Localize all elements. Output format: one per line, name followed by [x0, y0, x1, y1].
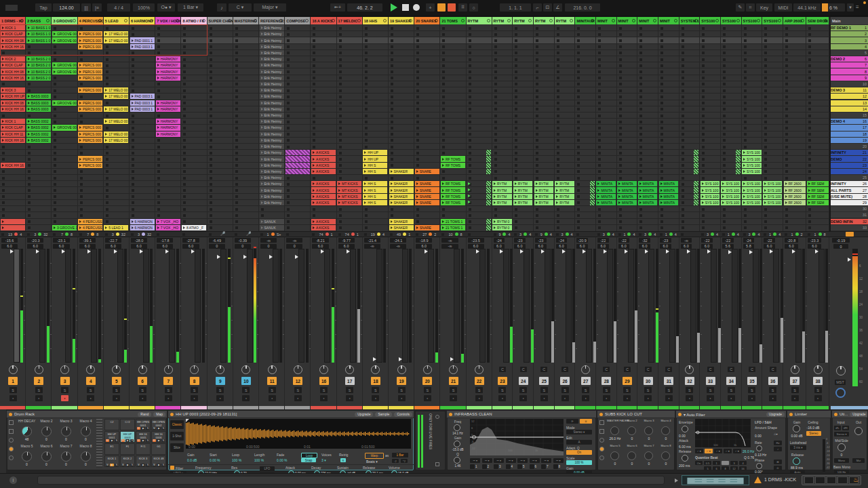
volume-field-channel-31[interactable]: 6.0	[660, 244, 671, 249]
clip-slot[interactable]: RF SEM	[807, 200, 829, 205]
clip-play-icon[interactable]	[261, 33, 263, 35]
clip-slot[interactable]: RF 2600	[784, 181, 806, 186]
clip-slot[interactable]: RYTM	[534, 181, 554, 186]
fader-track-channel-6[interactable]	[143, 249, 149, 363]
clip-slot[interactable]: A KICKS	[311, 194, 336, 199]
scene-slot-31[interactable]: 31	[831, 212, 868, 218]
clip-slot[interactable]: HARMONY	[156, 131, 180, 137]
clip-play-icon[interactable]	[556, 189, 558, 192]
clip-play-icon[interactable]	[391, 201, 393, 204]
fader-handle-channel-2[interactable]	[36, 249, 39, 253]
fader-track-channel-25[interactable]	[545, 249, 551, 363]
crossfade-assign-23[interactable]: C	[499, 367, 506, 372]
map-button[interactable]: Map	[153, 412, 165, 417]
clip-slot[interactable]: RYTM	[534, 194, 554, 199]
fader-track-channel-24[interactable]	[524, 249, 530, 363]
clip-play-icon[interactable]	[2, 226, 4, 229]
clip-play-icon[interactable]	[157, 77, 159, 79]
stop-all-clips-button[interactable]	[639, 233, 642, 236]
clip-slot[interactable]: MINITA	[596, 181, 616, 186]
macro-knob[interactable]	[627, 451, 636, 460]
arrangement-position-field[interactable]: 46. 2. 2	[347, 3, 382, 12]
clip-slot[interactable]: SYS 100	[721, 194, 741, 199]
clip-slot[interactable]: SYS 100	[742, 163, 762, 168]
clip-slot[interactable]: 17 MELO 00	[104, 87, 128, 93]
clip-play-icon[interactable]	[157, 133, 159, 136]
play-button[interactable]	[391, 3, 397, 12]
band-enable-3[interactable]	[494, 464, 498, 469]
clip-slot[interactable]: A KICKS	[311, 225, 336, 230]
device-on-toggle[interactable]	[789, 413, 793, 416]
track-activator-18[interactable]: 18	[371, 377, 380, 385]
clip-slot[interactable]: SYS 100	[701, 200, 720, 205]
monitor-icon[interactable]	[305, 19, 309, 22]
track-header-33[interactable]: SYS100	[762, 17, 783, 24]
volume-field-channel-2[interactable]: 6.0	[27, 244, 43, 249]
track-activator-23[interactable]: 23	[498, 377, 507, 385]
group-hatch-clip[interactable]	[486, 163, 491, 168]
loop-start-field[interactable]: 1. 1. 1	[500, 3, 531, 12]
clip-slot[interactable]: SYS 100	[763, 194, 783, 199]
fader-handle-channel-7[interactable]	[165, 249, 169, 253]
stop-all-clips-button[interactable]	[808, 233, 810, 236]
clip-play-icon[interactable]	[28, 64, 30, 66]
reference-clip[interactable]: Erik Heirmy	[260, 100, 284, 106]
volume-field-channel-24[interactable]: 6.0	[514, 244, 526, 249]
clip-play-icon[interactable]	[416, 195, 418, 198]
eq-mode-icon[interactable]: ≣	[580, 419, 592, 424]
clip-play-icon[interactable]	[660, 201, 663, 204]
scene-slot-16[interactable]: DEMO 416	[831, 119, 868, 124]
clip-play-icon[interactable]	[364, 164, 366, 167]
fader-handle-channel-1[interactable]	[10, 249, 14, 253]
arm-button-28[interactable]: ●	[603, 395, 610, 401]
group-hatch-clip[interactable]	[736, 169, 741, 174]
crossfade-assign-29[interactable]: C	[624, 367, 631, 372]
pan-knob-3[interactable]	[60, 365, 69, 374]
clip-slot[interactable]: 4 PERCUSS	[78, 225, 102, 230]
clip-play-icon[interactable]	[2, 133, 4, 136]
track-header-29[interactable]: SYSTEM 1U	[679, 17, 700, 24]
clip-play-icon[interactable]	[442, 226, 444, 229]
monitor-icon[interactable]	[632, 19, 635, 22]
fader-handle-channel-38[interactable]	[815, 249, 818, 253]
clip-play-icon[interactable]	[660, 189, 663, 192]
fader-track-channel-5[interactable]	[117, 249, 123, 363]
clip-slot[interactable]: RYTM	[513, 187, 533, 192]
quantize-btn-0.5[interactable]: 0.5	[704, 461, 711, 465]
clip-play-icon[interactable]	[313, 158, 315, 161]
beats-mode[interactable]: Beats ▾	[366, 460, 378, 464]
clip-play-icon[interactable]	[261, 176, 263, 179]
clip-slot[interactable]: KICK 1	[1, 119, 25, 124]
arm-button-19[interactable]: ●	[398, 395, 406, 401]
clip-play-icon[interactable]	[618, 195, 620, 198]
track-activator-24[interactable]: 24	[519, 377, 528, 385]
scene-slot-6[interactable]: DEMO 26	[831, 56, 868, 62]
mono-button[interactable]: Mono	[834, 458, 849, 463]
clip-play-icon[interactable]	[105, 89, 107, 92]
clip-slot[interactable]: SHAKER	[389, 194, 414, 199]
clip-slot[interactable]: SNARE	[415, 169, 439, 174]
auto-filter-title[interactable]: ▾ Auto FilterUpgrade	[676, 411, 786, 418]
arm-button-25[interactable]: ●	[540, 395, 548, 401]
phase-l[interactable]: ØL	[834, 426, 841, 430]
add-track-button[interactable]: +	[426, 3, 435, 12]
stop-all-clips-button[interactable]	[618, 233, 621, 236]
mute-button[interactable]: Mut	[852, 458, 865, 463]
track-header-26[interactable]: MINIT	[617, 17, 637, 24]
fader-handle-channel-36[interactable]	[770, 249, 773, 253]
scene-slot-5[interactable]: 5	[831, 50, 868, 56]
track-activator-36[interactable]: 36	[768, 377, 778, 385]
rack-side-icon[interactable]	[599, 438, 604, 443]
clip-play-icon[interactable]	[2, 102, 4, 104]
clip-play-icon[interactable]	[28, 139, 30, 142]
clip-play-icon[interactable]	[132, 95, 134, 98]
loop-toggle[interactable]: Loop	[301, 453, 317, 458]
clip-play-icon[interactable]	[2, 126, 4, 129]
crossfade-assign-35[interactable]: C	[749, 367, 755, 372]
solo-button-28[interactable]: S	[603, 387, 610, 393]
clip-slot[interactable]: 17 MELO 00	[104, 131, 128, 137]
monitor-icon[interactable]	[20, 19, 24, 22]
clip-play-icon[interactable]	[660, 195, 663, 198]
arm-button-16[interactable]: ●	[320, 395, 328, 401]
clip-slot[interactable]: PAD 0003 1	[130, 100, 155, 106]
